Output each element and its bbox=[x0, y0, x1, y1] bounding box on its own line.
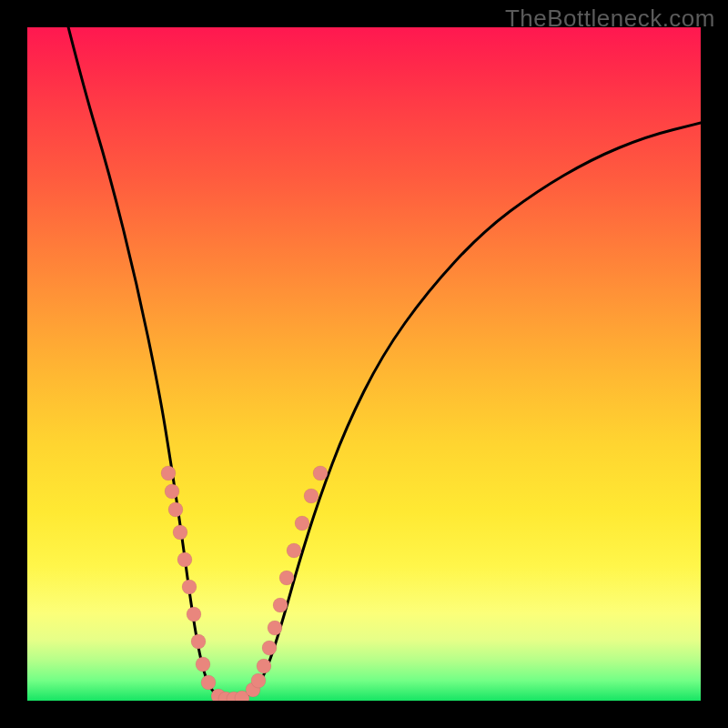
data-marker bbox=[295, 516, 309, 531]
data-marker bbox=[287, 543, 301, 558]
data-marker bbox=[201, 675, 216, 690]
data-marker bbox=[191, 634, 206, 649]
data-marker bbox=[187, 607, 201, 622]
data-marker bbox=[304, 489, 318, 503]
watermark-text: TheBottleneck.com bbox=[505, 5, 715, 33]
markers-group bbox=[161, 466, 328, 701]
chart-svg bbox=[27, 27, 701, 701]
data-marker bbox=[268, 621, 282, 635]
data-marker bbox=[173, 525, 187, 540]
plot-area bbox=[27, 27, 701, 701]
data-marker bbox=[257, 659, 271, 673]
data-marker bbox=[262, 641, 277, 655]
data-marker bbox=[177, 552, 192, 567]
data-marker bbox=[279, 571, 294, 585]
data-marker bbox=[165, 484, 179, 499]
data-marker bbox=[196, 657, 210, 672]
bottleneck-curve bbox=[59, 27, 701, 699]
data-marker bbox=[168, 502, 183, 517]
data-marker bbox=[273, 598, 288, 612]
data-marker bbox=[313, 466, 328, 480]
chart-stage: TheBottleneck.com bbox=[0, 0, 728, 728]
data-marker bbox=[161, 466, 176, 480]
data-marker bbox=[182, 580, 197, 594]
data-marker bbox=[251, 673, 266, 688]
